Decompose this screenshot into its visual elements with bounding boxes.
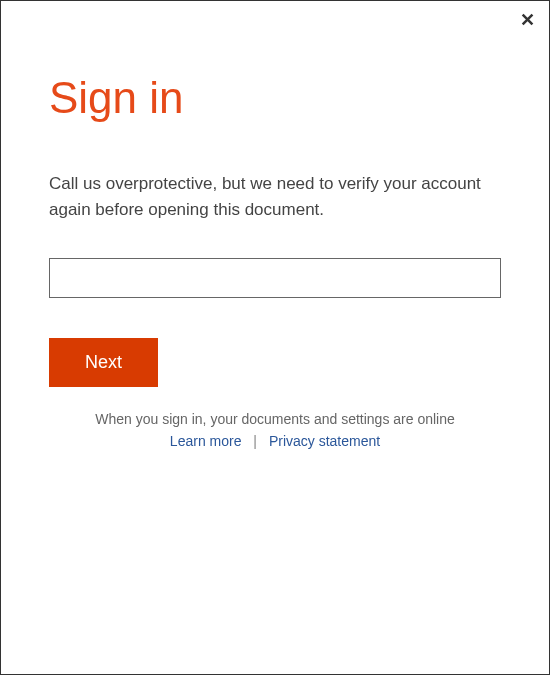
- dialog-message: Call us overprotective, but we need to v…: [49, 171, 501, 222]
- learn-more-link[interactable]: Learn more: [170, 433, 242, 449]
- footer-info-text: When you sign in, your documents and set…: [49, 411, 501, 427]
- dialog-footer: When you sign in, your documents and set…: [49, 411, 501, 449]
- next-button[interactable]: Next: [49, 338, 158, 387]
- account-input[interactable]: [49, 258, 501, 298]
- dialog-title: Sign in: [49, 73, 501, 123]
- privacy-statement-link[interactable]: Privacy statement: [269, 433, 380, 449]
- footer-separator: |: [253, 433, 257, 449]
- close-icon: ✕: [520, 10, 535, 30]
- footer-links: Learn more | Privacy statement: [49, 433, 501, 449]
- signin-dialog: ✕ Sign in Call us overprotective, but we…: [0, 0, 550, 675]
- dialog-content: Sign in Call us overprotective, but we n…: [1, 1, 549, 449]
- close-button[interactable]: ✕: [520, 11, 535, 29]
